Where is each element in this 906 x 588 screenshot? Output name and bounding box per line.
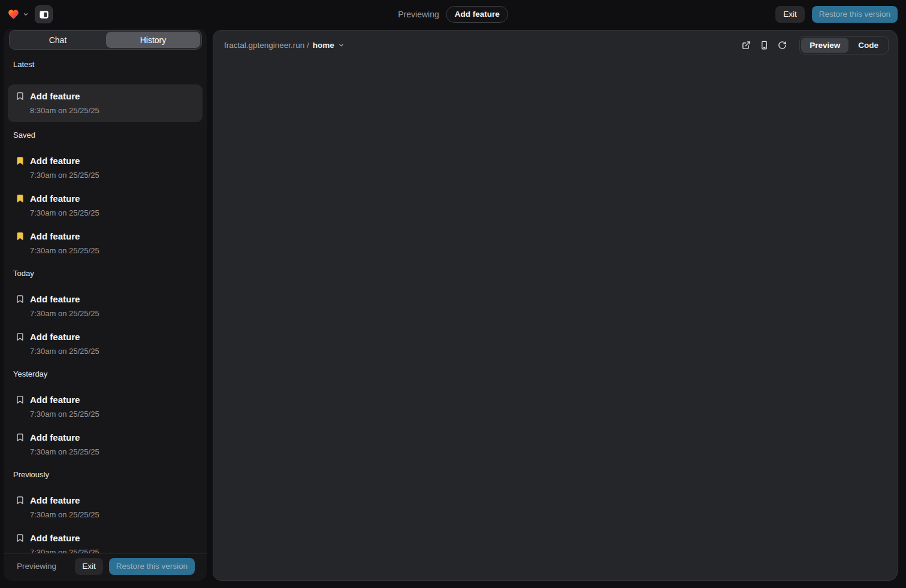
- open-in-new-tab-button[interactable]: [738, 37, 754, 53]
- history-item-text: Add feature7:30am on 25/25/25: [30, 432, 99, 457]
- section-title: Saved: [13, 130, 203, 141]
- preview-actions: PreviewCode: [738, 36, 889, 54]
- history-item[interactable]: Add feature7:30am on 25/25/25: [8, 495, 203, 520]
- history-section-saved: SavedAdd feature7:30am on 25/25/25Add fe…: [8, 130, 203, 256]
- preview-panel: fractal.gptengineer.run / home: [213, 30, 898, 581]
- history-item-title: Add feature: [30, 394, 99, 406]
- history-item-timestamp: 7:30am on 25/25/25: [30, 510, 99, 520]
- history-item-timestamp: 7:30am on 25/25/25: [30, 208, 99, 218]
- history-item-timestamp: 7:30am on 25/25/25: [30, 410, 99, 419]
- history-item-timestamp: 7:30am on 25/25/25: [30, 447, 99, 457]
- exit-button[interactable]: Exit: [775, 6, 805, 23]
- bookmark-outline-icon: [16, 92, 25, 116]
- history-item-text: Add feature7:30am on 25/25/25: [30, 231, 99, 256]
- mobile-preview-icon: [760, 41, 769, 50]
- history-item-text: Add feature7:30am on 25/25/25: [30, 155, 99, 180]
- history-item-title: Add feature: [30, 193, 99, 205]
- bookmark-filled-icon: [16, 156, 25, 180]
- history-item-title: Add feature: [30, 293, 99, 305]
- history-item-title: Add feature: [30, 231, 99, 243]
- open-in-new-tab-icon: [742, 41, 751, 50]
- history-sidebar: ChatHistory LatestAdd feature8:30am on 2…: [4, 29, 207, 581]
- bookmark-filled-icon: [16, 194, 25, 218]
- section-title: Previously: [13, 469, 203, 480]
- section-title: Today: [13, 268, 203, 279]
- section-title: Yesterday: [13, 369, 203, 380]
- history-item-text: Add feature8:30am on 25/25/25: [30, 90, 99, 116]
- history-item-title: Add feature: [30, 432, 99, 444]
- history-item-timestamp: 7:30am on 25/25/25: [30, 246, 99, 256]
- tab-chat[interactable]: Chat: [11, 32, 105, 48]
- logo-menu[interactable]: [7, 8, 29, 20]
- refresh-button[interactable]: [774, 37, 790, 53]
- history-item[interactable]: Add feature7:30am on 25/25/25: [8, 155, 203, 180]
- history-item-text: Add feature7:30am on 25/25/25: [30, 495, 99, 520]
- history-item[interactable]: Add feature7:30am on 25/25/25: [8, 432, 203, 457]
- bookmark-outline-icon: [16, 332, 25, 356]
- history-section-yesterday: YesterdayAdd feature7:30am on 25/25/25Ad…: [8, 369, 203, 457]
- bookmark-outline-icon: [16, 395, 25, 419]
- section-title: Latest: [13, 59, 203, 70]
- history-item-text: Add feature7:30am on 25/25/25: [30, 293, 99, 319]
- app-root: Previewing Add feature Exit Restore this…: [0, 0, 906, 588]
- footer-restore-button[interactable]: Restore this version: [109, 558, 195, 575]
- bookmark-outline-icon: [16, 496, 25, 520]
- top-header: Previewing Add feature Exit Restore this…: [0, 0, 906, 29]
- history-item-text: Add feature7:30am on 25/25/25: [30, 193, 99, 218]
- url-domain: fractal.gptengineer.run /: [224, 41, 309, 50]
- preview-viewport: [213, 54, 897, 580]
- history-section-previously: PreviouslyAdd feature7:30am on 25/25/25A…: [8, 469, 203, 553]
- topbar-center: Previewing Add feature: [398, 0, 508, 29]
- url-breadcrumb[interactable]: fractal.gptengineer.run / home: [224, 41, 345, 50]
- history-item-text: Add feature7:30am on 25/25/25: [30, 394, 99, 419]
- history-item-title: Add feature: [30, 90, 99, 102]
- history-item-timestamp: 7:30am on 25/25/25: [30, 309, 99, 319]
- history-section-today: TodayAdd feature7:30am on 25/25/25Add fe…: [8, 268, 203, 356]
- footer-previewing-label: Previewing: [17, 562, 56, 571]
- url-page: home: [313, 41, 334, 50]
- sidebar-toggle-button[interactable]: [35, 5, 53, 23]
- history-item-title: Add feature: [30, 532, 99, 544]
- history-section-latest: LatestAdd feature8:30am on 25/25/25: [8, 59, 203, 122]
- sidebar-tabs: ChatHistory: [9, 30, 202, 50]
- history-item[interactable]: Add feature7:30am on 25/25/25: [8, 293, 203, 319]
- history-item-title: Add feature: [30, 495, 99, 507]
- main-content: ChatHistory LatestAdd feature8:30am on 2…: [0, 29, 906, 588]
- history-item-text: Add feature7:30am on 25/25/25: [30, 331, 99, 356]
- topbar-right: Exit Restore this version: [775, 6, 898, 23]
- restore-version-button[interactable]: Restore this version: [812, 6, 898, 23]
- footer-exit-button[interactable]: Exit: [75, 558, 103, 575]
- history-item-title: Add feature: [30, 155, 99, 167]
- bookmark-outline-icon: [16, 534, 25, 553]
- history-item[interactable]: Add feature7:30am on 25/25/25: [8, 231, 203, 256]
- bookmark-filled-icon: [16, 232, 25, 256]
- history-list: LatestAdd feature8:30am on 25/25/25Saved…: [4, 50, 207, 553]
- history-item-timestamp: 7:30am on 25/25/25: [30, 548, 99, 553]
- history-item[interactable]: Add feature7:30am on 25/25/25: [8, 394, 203, 419]
- bookmark-outline-icon: [16, 433, 25, 457]
- history-item-timestamp: 7:30am on 25/25/25: [30, 347, 99, 356]
- panel-left-icon: [39, 10, 49, 20]
- history-item[interactable]: Add feature8:30am on 25/25/25: [8, 84, 203, 122]
- version-pill: Add feature: [446, 6, 508, 23]
- chevron-down-icon: [23, 11, 29, 17]
- view-mode-toggle: PreviewCode: [799, 36, 889, 54]
- history-item-title: Add feature: [30, 331, 99, 343]
- refresh-icon: [778, 41, 787, 50]
- history-item-timestamp: 8:30am on 25/25/25: [30, 106, 99, 116]
- mobile-preview-button[interactable]: [756, 37, 772, 53]
- history-item-text: Add feature7:30am on 25/25/25: [30, 532, 99, 553]
- lovable-heart-icon: [7, 8, 20, 20]
- previewing-label: Previewing: [398, 10, 439, 19]
- history-item[interactable]: Add feature7:30am on 25/25/25: [8, 193, 203, 218]
- chevron-down-icon: [338, 42, 345, 49]
- history-item-timestamp: 7:30am on 25/25/25: [30, 171, 99, 180]
- topbar-left: [7, 5, 53, 23]
- tab-history[interactable]: History: [106, 32, 200, 48]
- bookmark-outline-icon: [16, 295, 25, 319]
- toggle-preview[interactable]: Preview: [801, 38, 848, 53]
- preview-header: fractal.gptengineer.run / home: [213, 31, 897, 54]
- toggle-code[interactable]: Code: [850, 38, 887, 53]
- history-item[interactable]: Add feature7:30am on 25/25/25: [8, 532, 203, 553]
- history-item[interactable]: Add feature7:30am on 25/25/25: [8, 331, 203, 356]
